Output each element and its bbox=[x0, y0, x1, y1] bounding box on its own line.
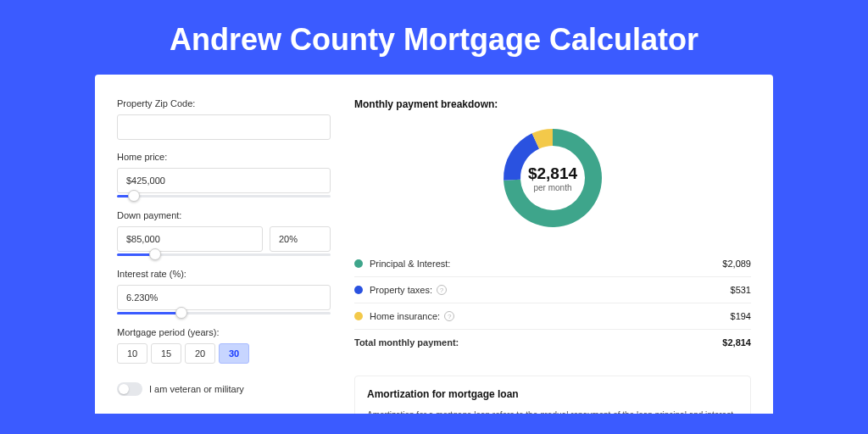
legend-value: $194 bbox=[731, 311, 751, 321]
legend-dot bbox=[354, 286, 363, 294]
info-icon[interactable]: ? bbox=[444, 311, 454, 321]
period-btn-10[interactable]: 10 bbox=[117, 343, 147, 364]
down-payment-label: Down payment: bbox=[117, 210, 331, 220]
zip-label: Property Zip Code: bbox=[117, 98, 331, 108]
legend-value: $2,089 bbox=[722, 259, 751, 269]
legend-label: Home insurance: bbox=[370, 311, 440, 321]
zip-input[interactable] bbox=[117, 114, 331, 140]
interest-rate-label: Interest rate (%): bbox=[117, 269, 331, 279]
home-price-label: Home price: bbox=[117, 152, 331, 162]
legend-dot bbox=[354, 259, 363, 268]
legend-label: Property taxes: bbox=[370, 285, 432, 295]
interest-rate-slider[interactable] bbox=[117, 312, 331, 315]
form-panel: Property Zip Code: Home price: Down paym… bbox=[117, 98, 331, 390]
total-value: $2,814 bbox=[722, 337, 751, 348]
breakdown-title: Monthly payment breakdown: bbox=[354, 98, 751, 110]
legend-dot bbox=[354, 312, 363, 320]
period-btn-30[interactable]: 30 bbox=[219, 343, 249, 364]
veteran-label: I am veteran or military bbox=[149, 384, 244, 394]
donut-value: $2,814 bbox=[528, 164, 577, 183]
legend-value: $531 bbox=[731, 285, 751, 295]
period-btn-20[interactable]: 20 bbox=[185, 343, 215, 364]
home-price-slider[interactable] bbox=[117, 195, 331, 198]
legend-label: Principal & Interest: bbox=[370, 259, 450, 269]
breakdown-panel: Monthly payment breakdown: $2,814 per mo… bbox=[354, 98, 751, 390]
calculator-card: Property Zip Code: Home price: Down paym… bbox=[95, 75, 773, 414]
period-label: Mortgage period (years): bbox=[117, 327, 331, 337]
down-payment-pct-input[interactable] bbox=[270, 226, 331, 252]
down-payment-input[interactable] bbox=[117, 226, 263, 252]
home-price-input[interactable] bbox=[117, 168, 331, 193]
veteran-toggle[interactable] bbox=[117, 382, 142, 396]
donut-chart: $2,814 per month bbox=[497, 122, 609, 234]
legend-row: Property taxes:?$531 bbox=[354, 277, 751, 303]
amortization-title: Amortization for mortgage loan bbox=[367, 388, 738, 400]
period-buttons: 10 15 20 30 bbox=[117, 343, 331, 364]
legend-row: Principal & Interest:$2,089 bbox=[354, 251, 751, 277]
down-payment-slider[interactable] bbox=[117, 253, 331, 257]
interest-rate-input[interactable] bbox=[117, 285, 331, 310]
info-icon[interactable]: ? bbox=[437, 285, 447, 295]
donut-sublabel: per month bbox=[533, 183, 571, 192]
total-label: Total monthly payment: bbox=[354, 337, 459, 348]
page-title: Andrew County Mortgage Calculator bbox=[0, 0, 868, 75]
period-btn-15[interactable]: 15 bbox=[151, 343, 181, 364]
amortization-card: Amortization for mortgage loan Amortizat… bbox=[354, 376, 751, 414]
legend-row: Home insurance:?$194 bbox=[354, 303, 751, 330]
amortization-text: Amortization for a mortgage loan refers … bbox=[367, 409, 738, 414]
